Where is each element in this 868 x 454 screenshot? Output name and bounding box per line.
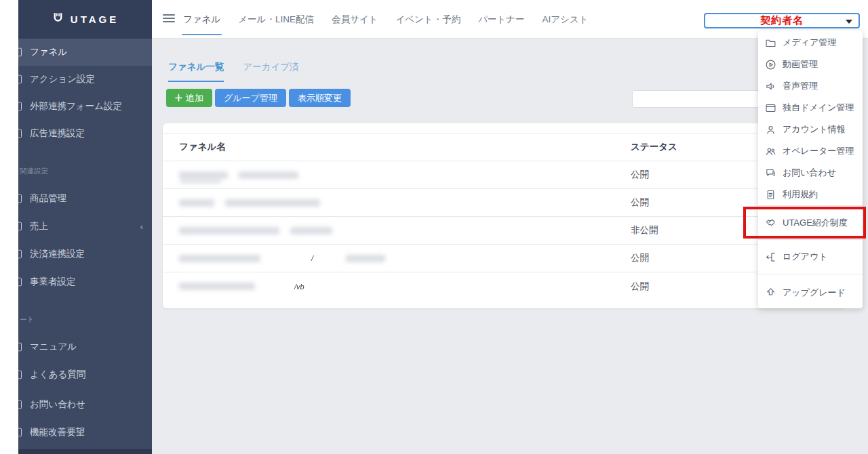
brand-name: UTAGE [71, 14, 119, 25]
sales-icon [18, 222, 22, 231]
status-value: 公開 [631, 281, 649, 293]
funnel-name-redacted: /vb [179, 272, 586, 300]
funnel-name-redacted [179, 189, 586, 216]
menu-item-audio-management[interactable]: 音声管理 [758, 75, 863, 97]
sidebar-item-action-settings[interactable]: アクション設定 [18, 66, 152, 93]
sidebar-item-label: 外部連携フォーム設定 [30, 100, 122, 112]
table-row[interactable]: / 公開 [163, 245, 846, 272]
content-tabs: ファネル一覧 アーカイブ済 [168, 61, 299, 82]
menu-item-upgrade[interactable]: アップグレード [758, 274, 863, 310]
table-row[interactable]: 非公開 [163, 217, 846, 245]
handwritten-mark: / [311, 254, 313, 262]
utage-u-logo-icon [52, 12, 64, 27]
table-row[interactable]: 公開 [163, 161, 846, 189]
product-icon [18, 194, 22, 203]
menu-item-label: 音声管理 [783, 80, 818, 92]
funnel-table: ファネル名 ステータス 公開 公開 非公開 [163, 133, 846, 300]
brand-logo[interactable]: UTAGE [18, 0, 152, 39]
handshake-icon [765, 217, 776, 228]
chevron-left-icon: ‹ [140, 222, 143, 232]
handwritten-mark: /vb [294, 283, 304, 291]
menu-item-label: 利用規約 [783, 188, 818, 201]
menu-item-video-management[interactable]: 動画管理 [758, 54, 863, 75]
menu-item-utage-referral[interactable]: UTAGE紹介制度 [758, 206, 863, 239]
add-button[interactable]: 追加 [166, 89, 212, 107]
sidebar-item-label: お問い合わせ [30, 398, 85, 411]
menu-item-label: メディア管理 [783, 37, 836, 49]
form-icon [18, 102, 22, 111]
nav-tab-member-site[interactable]: 会員サイト [332, 0, 378, 39]
status-value: 非公開 [631, 224, 658, 236]
sidebar-item-business-settings[interactable]: 事業者設定 [18, 268, 152, 295]
menu-item-logout[interactable]: ログアウト [758, 240, 863, 274]
feature-icon [18, 428, 22, 437]
menu-item-label: 独自ドメイン管理 [783, 102, 854, 114]
sidebar-item-manual[interactable]: マニュアル [18, 333, 152, 360]
menu-item-contact[interactable]: お問い合わせ [758, 162, 863, 184]
sidebar-section-label-payment: 関連設定 [18, 165, 152, 178]
sidebar-item-contact[interactable]: お問い合わせ [18, 391, 152, 418]
sidebar-item-label: マニュアル [30, 341, 77, 353]
business-icon [18, 278, 22, 287]
tab-archived[interactable]: アーカイブ済 [243, 61, 298, 82]
table-row[interactable]: 公開 [163, 189, 846, 217]
plus-icon [175, 94, 182, 102]
funnel-table-card: ファネル名 ステータス 公開 公開 非公開 [163, 123, 846, 308]
sidebar-item-label: アクション設定 [30, 73, 95, 85]
menu-item-account-info[interactable]: アカウント情報 [758, 119, 863, 140]
sidebar-item-label: ファネル [30, 46, 67, 58]
document-icon [765, 189, 776, 201]
sidebar-item-sales[interactable]: 売上 ‹ [18, 213, 152, 240]
sidebar-item-ad-integration[interactable]: 広告連携設定 [18, 120, 152, 147]
funnel-name-redacted [179, 217, 586, 244]
nav-tab-partner[interactable]: パートナー [478, 0, 524, 39]
table-row[interactable]: /vb 公開 [163, 272, 846, 300]
manual-icon [18, 343, 22, 352]
menu-item-label: ログアウト [783, 251, 828, 263]
play-circle-icon [765, 59, 776, 70]
sidebar-item-funnel[interactable]: ファネル [18, 39, 152, 66]
contact-icon [18, 400, 22, 409]
account-menu-button[interactable]: 契約者名 [704, 13, 860, 28]
funnel-icon [18, 48, 22, 57]
sidebar-item-faq[interactable]: よくある質問 [18, 361, 152, 388]
caret-down-icon [846, 20, 852, 24]
menu-item-label: アカウント情報 [783, 123, 846, 136]
menu-item-custom-domain[interactable]: 独自ドメイン管理 [758, 97, 863, 119]
status-value: 公開 [631, 252, 649, 264]
tab-funnel-list[interactable]: ファネル一覧 [168, 61, 224, 82]
speaker-icon [765, 81, 776, 92]
sidebar-item-product-management[interactable]: 商品管理 [18, 185, 152, 212]
column-header-status: ステータス [631, 141, 677, 153]
nav-tab-event-booking[interactable]: イベント・予約 [395, 0, 460, 39]
sidebar-item-external-form[interactable]: 外部連携フォーム設定 [18, 93, 152, 120]
sidebar-item-feature-request[interactable]: 機能改善要望 [18, 419, 152, 446]
page: UTAGE ファネル アクション設定 外部連携フォーム設定 広告連携設定 関連設… [0, 0, 868, 454]
menu-item-operator-management[interactable]: オペレーター管理 [758, 140, 863, 162]
logout-icon [765, 251, 776, 263]
chat-icon [765, 167, 776, 179]
reorder-button[interactable]: 表示順変更 [289, 89, 351, 107]
sidebar-item-label: 事業者設定 [30, 276, 76, 288]
nav-tab-mail-line[interactable]: メール・LINE配信 [238, 0, 314, 39]
payment-icon [18, 250, 22, 259]
sidebar-item-label: 決済連携設定 [30, 248, 85, 260]
menu-item-label: アップグレード [783, 287, 846, 299]
group-manage-button[interactable]: グループ管理 [215, 89, 286, 107]
account-dropdown-menu: メディア管理 動画管理 音声管理 独自ドメイン管理 アカウント情報 [758, 30, 863, 308]
nav-tab-funnel[interactable]: ファネル [183, 0, 220, 39]
menu-item-label: お問い合わせ [783, 167, 836, 179]
folder-icon [765, 37, 776, 49]
hamburger-icon[interactable] [163, 14, 175, 24]
sidebar-item-label: 商品管理 [30, 192, 66, 205]
menu-item-terms[interactable]: 利用規約 [758, 184, 863, 205]
sidebar: UTAGE ファネル アクション設定 外部連携フォーム設定 広告連携設定 関連設… [18, 0, 152, 454]
menu-item-media-management[interactable]: メディア管理 [758, 32, 863, 54]
sidebar-item-label: 機能改善要望 [30, 426, 85, 438]
nav-tab-ai-assist[interactable]: AIアシスト [542, 0, 589, 39]
sidebar-item-payment-integration[interactable]: 決済連携設定 [18, 241, 152, 268]
menu-item-label: 動画管理 [783, 58, 818, 70]
people-icon [765, 146, 776, 157]
status-value: 公開 [631, 169, 649, 181]
account-name-label: 契約者名 [760, 14, 804, 27]
